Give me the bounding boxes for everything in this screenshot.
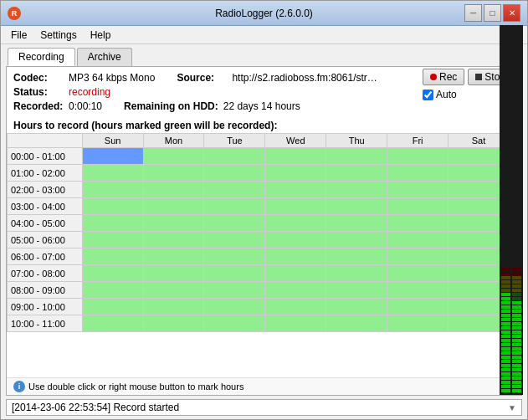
grid-cell[interactable]: [326, 198, 387, 215]
grid-cell[interactable]: [387, 282, 449, 299]
grid-cell[interactable]: [204, 215, 265, 232]
window-controls: ─ □ ✕: [464, 4, 520, 22]
grid-cell[interactable]: [82, 265, 143, 282]
grid-cell[interactable]: [326, 182, 387, 198]
grid-cell[interactable]: [265, 282, 326, 299]
rec-button[interactable]: Rec: [423, 69, 464, 85]
grid-cell[interactable]: [265, 299, 326, 315]
grid-cell[interactable]: [265, 165, 326, 182]
table-row: 03:00 - 04:00: [8, 198, 510, 215]
close-button[interactable]: ✕: [503, 4, 520, 22]
grid-cell[interactable]: [265, 265, 326, 282]
grid-cell[interactable]: [143, 165, 204, 182]
grid-cell[interactable]: [326, 299, 387, 315]
menu-file[interactable]: File: [4, 28, 33, 43]
grid-cell[interactable]: [143, 315, 204, 332]
grid-cell[interactable]: [387, 315, 449, 332]
grid-cell[interactable]: [204, 232, 265, 248]
grid-cell[interactable]: [82, 299, 143, 315]
grid-cell[interactable]: [387, 232, 449, 248]
grid-cell[interactable]: [204, 282, 265, 299]
grid-cell[interactable]: [326, 148, 387, 165]
grid-cell[interactable]: [265, 315, 326, 332]
meter-segment: [501, 301, 510, 305]
grid-cell[interactable]: [326, 215, 387, 232]
grid-cell[interactable]: [387, 198, 449, 215]
grid-cell[interactable]: [143, 299, 204, 315]
grid-cell[interactable]: [143, 182, 204, 198]
grid-cell[interactable]: [204, 148, 265, 165]
grid-cell[interactable]: [204, 265, 265, 282]
grid-cell[interactable]: [82, 232, 143, 248]
auto-checkbox[interactable]: [423, 90, 433, 100]
grid-cell[interactable]: [326, 232, 387, 248]
grid-cell[interactable]: [143, 148, 204, 165]
grid-cell[interactable]: [204, 299, 265, 315]
grid-cell[interactable]: [82, 315, 143, 332]
grid-cell[interactable]: [82, 215, 143, 232]
grid-cell[interactable]: [204, 315, 265, 332]
grid-cell[interactable]: [143, 232, 204, 248]
grid-cell[interactable]: [82, 282, 143, 299]
table-row: 10:00 - 11:00: [8, 315, 510, 332]
grid-cell[interactable]: [387, 248, 449, 265]
grid-cell[interactable]: [326, 282, 387, 299]
meter-segment: [512, 376, 521, 380]
grid-cell[interactable]: [82, 165, 143, 182]
col-header-wed: Wed: [265, 134, 326, 148]
grid-cell[interactable]: [82, 148, 143, 165]
col-header-tue: Tue: [204, 134, 265, 148]
grid-cell[interactable]: [204, 182, 265, 198]
grid-cell[interactable]: [387, 265, 449, 282]
grid-cell[interactable]: [326, 165, 387, 182]
grid-cell[interactable]: [265, 232, 326, 248]
grid-cell[interactable]: [82, 198, 143, 215]
grid-cell[interactable]: [143, 265, 204, 282]
tab-archive[interactable]: Archive: [77, 48, 132, 66]
grid-cell[interactable]: [387, 165, 449, 182]
hour-label: 06:00 - 07:00: [8, 248, 83, 265]
minimize-button[interactable]: ─: [464, 4, 482, 22]
grid-cell[interactable]: [204, 165, 265, 182]
grid-cell[interactable]: [265, 215, 326, 232]
status-label: Status:: [13, 86, 64, 98]
recorded-label: Recorded:: [13, 100, 64, 112]
meter-segment: [501, 339, 510, 342]
meter-segment: [501, 297, 510, 300]
grid-cell[interactable]: [204, 248, 265, 265]
auto-label: Auto: [436, 89, 457, 100]
grid-cell[interactable]: [143, 198, 204, 215]
grid-cell[interactable]: [387, 148, 449, 165]
grid-cell[interactable]: [326, 248, 387, 265]
grid-cell[interactable]: [82, 182, 143, 198]
hour-label: 01:00 - 02:00: [8, 165, 83, 182]
grid-cell[interactable]: [326, 315, 387, 332]
grid-cell[interactable]: [265, 198, 326, 215]
grid-cell[interactable]: [387, 215, 449, 232]
grid-cell[interactable]: [387, 182, 449, 198]
grid-cell[interactable]: [387, 299, 449, 315]
left-info: Codec: MP3 64 kbps Mono Source: http://s…: [13, 72, 382, 115]
grid-cell[interactable]: [143, 282, 204, 299]
menu-help[interactable]: Help: [84, 28, 118, 43]
maximize-button[interactable]: □: [484, 4, 501, 22]
grid-cell[interactable]: [265, 148, 326, 165]
codec-value: MP3 64 kbps Mono: [69, 72, 155, 84]
log-dropdown-icon[interactable]: ▼: [508, 403, 516, 412]
grid-cell[interactable]: [143, 215, 204, 232]
meter-segment: [501, 289, 510, 292]
table-row: 07:00 - 08:00: [8, 265, 510, 282]
grid-cell[interactable]: [204, 198, 265, 215]
menu-settings[interactable]: Settings: [33, 28, 83, 43]
grid-cell[interactable]: [143, 248, 204, 265]
grid-cell[interactable]: [265, 182, 326, 198]
meter-segment: [512, 356, 521, 359]
grid-cell[interactable]: [82, 248, 143, 265]
meter-segment: [501, 318, 510, 321]
meter-segment: [501, 330, 510, 334]
grid-cell[interactable]: [265, 248, 326, 265]
grid-scroll[interactable]: Sun Mon Tue Wed Thu Fri Sat 00:00 - 01:0…: [7, 133, 510, 377]
tab-recording[interactable]: Recording: [8, 48, 75, 66]
meter-segment: [512, 389, 521, 392]
grid-cell[interactable]: [326, 265, 387, 282]
